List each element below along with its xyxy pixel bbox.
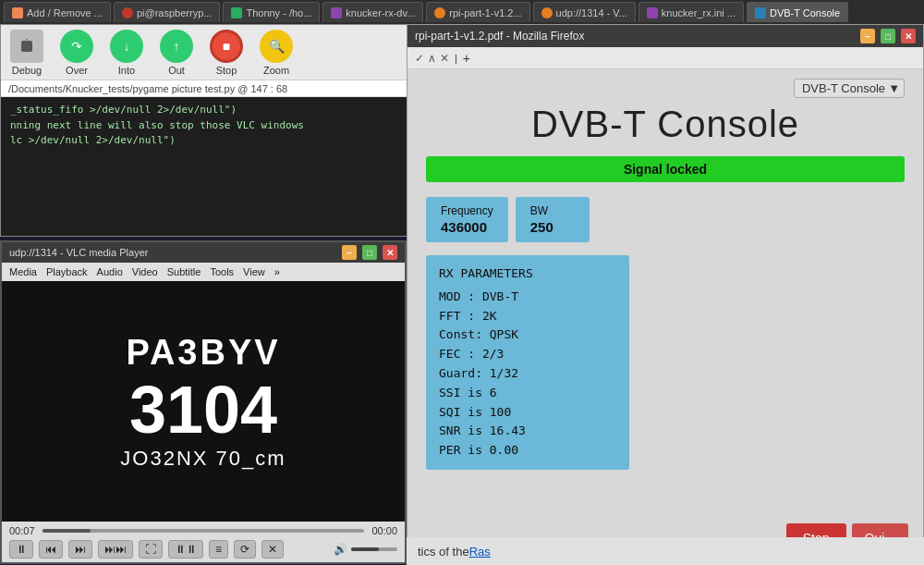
thonny-code-area: _status_fifo >/dev/null 2>/dev/null") nn… [1, 97, 410, 236]
vlc-progress-bar[interactable] [43, 529, 365, 533]
vlc-titlebar: udp://1314 - VLC media Player – □ ✕ [2, 242, 405, 263]
tab-icon-pi [122, 7, 133, 18]
bottom-text-bar: tics of the Ras [407, 537, 924, 565]
svg-rect-0 [21, 41, 32, 52]
firefox-close-button[interactable]: ✕ [901, 29, 916, 43]
bottom-link[interactable]: Ras [469, 545, 491, 559]
tab-knucker-ini[interactable]: knucker_rx.ini ... [638, 2, 744, 22]
vlc-callsign: PA3BYV [126, 333, 280, 373]
tab-icon-thonny [231, 7, 242, 18]
thonny-tool-into[interactable]: ↓ Into [110, 30, 143, 76]
rx-line-6: SQI is 100 [439, 403, 616, 423]
dvbt-dropdown-bar: DVB-T Console ▼ [426, 79, 905, 98]
tab-pi-terminal[interactable]: pi@raspberryp... [114, 2, 220, 22]
vlc-menu-video[interactable]: Video [132, 266, 158, 277]
stop-icon: ■ [210, 30, 243, 63]
taskbar: Add / Remove ... pi@raspberryp... Thonny… [0, 0, 924, 24]
vlc-menu-more[interactable]: » [274, 266, 280, 277]
vlc-fullscreen-button[interactable]: ⛶ [139, 540, 163, 559]
tab-add-remove[interactable]: Add / Remove ... [4, 2, 111, 22]
into-icon: ↓ [110, 30, 143, 63]
bw-box: BW 250 [516, 197, 590, 242]
rx-line-4: Guard: 1/32 [439, 364, 616, 384]
vlc-menu-view[interactable]: View [243, 266, 265, 277]
frequency-box: Frequency 436000 [426, 197, 508, 242]
vlc-controls: 00:07 00:00 ⏸ ⏮ ⏭ ⏭⏭ ⛶ ⏸⏸ ≡ ⟳ ✕ 🔊 [2, 522, 405, 562]
vlc-fast-forward-button[interactable]: ⏭⏭ [98, 540, 133, 559]
firefox-window: rpi-part-1-v1.2.pdf - Mozilla Firefox – … [407, 24, 924, 565]
vlc-play-pause-button[interactable]: ⏸ [9, 540, 33, 559]
vlc-menu-media[interactable]: Media [9, 266, 37, 277]
vlc-time-elapsed: 00:07 [9, 525, 35, 536]
tab-udp-vlc[interactable]: udp://1314 - V... [533, 2, 636, 22]
firefox-titlebar: rpi-part-1-v1.2.pdf - Mozilla Firefox – … [407, 25, 923, 47]
bottom-text-prefix: tics of the [418, 545, 469, 559]
vlc-next-frame-button[interactable]: ⏭ [68, 540, 92, 559]
vlc-volume-control[interactable]: 🔊 [334, 543, 397, 556]
thonny-tool-out[interactable]: ↑ Out [160, 30, 193, 76]
vlc-close-button[interactable]: ✕ [383, 245, 397, 260]
vlc-btn-row: ⏸ ⏮ ⏭ ⏭⏭ ⛶ ⏸⏸ ≡ ⟳ ✕ 🔊 [9, 540, 397, 559]
frequency-label: Frequency [441, 204, 493, 217]
vlc-volume-bar[interactable] [351, 547, 397, 551]
signal-status-bar: Signal locked [426, 156, 905, 182]
tab-dvb-console[interactable]: DVB-T Console [747, 2, 848, 22]
vlc-prev-button[interactable]: ⏮ [39, 540, 63, 559]
vlc-progress-row: 00:07 00:00 [9, 525, 397, 536]
firefox-title: rpi-part-1-v1.2.pdf - Mozilla Firefox [415, 30, 584, 43]
vlc-menu-tools[interactable]: Tools [210, 266, 234, 277]
firefox-maximize-button[interactable]: □ [881, 29, 895, 43]
vlc-maximize-button[interactable]: □ [362, 245, 377, 260]
vlc-random-button[interactable]: ✕ [261, 540, 284, 559]
url-check-icon: ✓ [415, 52, 424, 65]
tab-thonny[interactable]: Thonny - /ho... [223, 2, 320, 22]
vlc-playlist-button[interactable]: ≡ [209, 540, 228, 559]
tab-knucker-dv[interactable]: knucker-rx-dv... [322, 2, 423, 22]
vlc-volume-icon: 🔊 [334, 543, 347, 556]
tab-icon-ini [647, 7, 658, 18]
thonny-tool-stop[interactable]: ■ Stop [210, 30, 243, 76]
firefox-window-controls: – □ ✕ [860, 29, 916, 43]
url-close-icon: ✕ [440, 52, 449, 65]
url-separator: | [455, 53, 457, 64]
vlc-time-total: 00:00 [371, 525, 397, 536]
vlc-loop-button[interactable]: ⟳ [234, 540, 256, 559]
vlc-menubar: Media Playback Audio Video Subtitle Tool… [2, 263, 405, 281]
thonny-tool-over[interactable]: ↷ Over [60, 30, 93, 76]
code-line-1: _status_fifo >/dev/null 2>/dev/null") [10, 103, 401, 118]
vlc-menu-playback[interactable]: Playback [46, 266, 88, 277]
frequency-row: Frequency 436000 BW 250 [426, 197, 905, 242]
new-tab-button[interactable]: + [463, 51, 470, 66]
rx-line-0: MOD : DVB-T [439, 288, 616, 307]
rx-line-7: SNR is 16.43 [439, 422, 616, 441]
vlc-screen: PA3BYV 3104 JO32NX 70_cm [2, 281, 405, 522]
thonny-tool-debug[interactable]: Debug [10, 30, 43, 76]
vlc-menu-audio[interactable]: Audio [97, 266, 123, 277]
vlc-number: 3104 [129, 376, 277, 443]
browser-navigation: ✓ ∧ ✕ [415, 52, 449, 65]
filepath-bar: /Documents/Knucker_tests/pygame picture … [1, 80, 410, 97]
thonny-tool-zoom[interactable]: 🔍 Zoom [260, 30, 293, 76]
firefox-urlbar: ✓ ∧ ✕ | + [407, 47, 923, 69]
vlc-minimize-button[interactable]: – [342, 245, 357, 260]
rx-line-8: PER is 0.00 [439, 441, 616, 461]
vlc-volume-fill [351, 547, 379, 551]
bw-value: 250 [530, 219, 575, 235]
vlc-menu-subtitle[interactable]: Subtitle [167, 266, 201, 277]
vlc-info: JO32NX 70_cm [120, 447, 286, 471]
zoom-icon: 🔍 [260, 30, 293, 63]
out-icon: ↑ [160, 30, 193, 63]
tab-firefox[interactable]: rpi-part-1-v1.2... [426, 2, 529, 22]
dropdown-arrow-icon: ▼ [888, 81, 900, 95]
vlc-window: udp://1314 - VLC media Player – □ ✕ Medi… [0, 240, 407, 564]
rx-parameters-box: RX PARAMETERS MOD : DVB-T FFT : 2K Const… [426, 255, 629, 470]
vlc-extended-button[interactable]: ⏸⏸ [168, 540, 203, 559]
frequency-value: 436000 [441, 219, 493, 235]
tab-icon-vlc [541, 7, 553, 18]
firefox-minimize-button[interactable]: – [860, 29, 875, 43]
code-line-2: nning next line will also stop those VLC… [10, 118, 401, 134]
url-up-icon: ∧ [428, 52, 436, 65]
dvbt-dropdown[interactable]: DVB-T Console ▼ [794, 79, 905, 98]
rx-line-2: Const: QPSK [439, 325, 616, 345]
vlc-progress-fill [43, 529, 91, 533]
